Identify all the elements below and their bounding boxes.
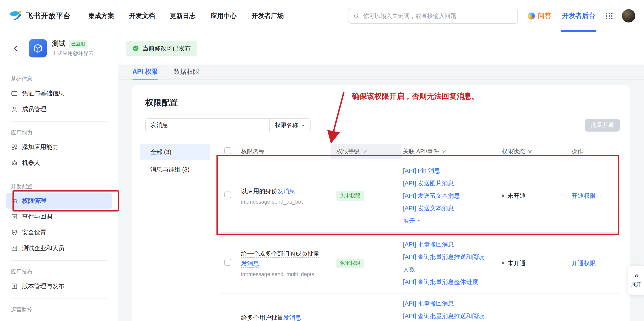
sidebar-divider (11, 121, 107, 122)
expand-label: 展开 (403, 214, 415, 227)
col-action: 操作 (566, 144, 620, 159)
select-all-checkbox[interactable] (224, 148, 231, 154)
enable-permission-link[interactable]: 开通权限 (572, 192, 596, 199)
permission-name[interactable]: 给一个或多个部门的成员批量发消息 (241, 250, 320, 267)
global-search-input[interactable] (363, 12, 512, 19)
filter-funnel-icon[interactable] (528, 149, 532, 154)
top-navbar: 飞书开放平台 集成方案 开发文档 更新日志 应用中心 开发者广场 问答 开发者后… (0, 0, 644, 32)
app-header: 测试 已启用 正式应用@环界云 当前修改均已发布 (0, 32, 644, 64)
row-checkbox[interactable] (224, 192, 231, 198)
credential-icon (11, 90, 18, 97)
cube-icon (32, 43, 43, 54)
enable-permission-link[interactable]: 开通权限 (572, 260, 596, 266)
api-link[interactable]: [API] 批量撤回消息 (403, 297, 485, 310)
expand-api-list-link[interactable]: 展开 (403, 214, 485, 227)
col-related-api: 关联 API/事件 (401, 144, 502, 159)
api-link[interactable]: [API] 发送文本消息 (403, 202, 485, 214)
batch-enable-button[interactable]: 批量开通 (585, 119, 620, 132)
permission-name[interactable]: 给多个用户批量发消息 (241, 314, 302, 321)
sidebar-item-label: 测试企业和人员 (22, 244, 64, 252)
tab-data-permissions[interactable]: 数据权限 (174, 64, 200, 79)
api-link[interactable]: [API] Pin 消息 (403, 164, 485, 177)
sidebar-item-add-capability[interactable]: 添加应用能力 (6, 139, 112, 155)
user-avatar[interactable] (622, 9, 635, 22)
filter-funnel-icon[interactable] (362, 149, 367, 154)
global-search[interactable] (348, 8, 518, 24)
filter-funnel-icon[interactable] (442, 149, 446, 154)
apps-grid-icon[interactable] (605, 12, 613, 20)
api-link[interactable]: [API] 查询批量消息整体进度 (403, 276, 485, 288)
permission-name-cell: 给多个用户批量发消息 (241, 294, 330, 321)
permission-filter-select[interactable]: 权限名称 (269, 119, 310, 132)
category-im-group[interactable]: 消息与群组 (3) (140, 161, 210, 178)
security-icon (11, 229, 18, 236)
api-link[interactable]: [API] 查询批量消息推送和阅读人数 (403, 251, 485, 276)
sidebar-item-version-release[interactable]: 版本管理与发布 (6, 278, 112, 294)
nav-link-app-center[interactable]: 应用中心 (211, 12, 236, 20)
expand-panel-button[interactable]: 展开 (628, 266, 644, 295)
related-api-list: [API] Pin 消息 [API] 发送图片消息 [API] 发送富文本消息 … (401, 159, 502, 232)
permission-search-input[interactable] (146, 119, 269, 132)
sidebar-item-label: 机器人 (22, 159, 40, 167)
related-api-list: [API] 批量撤回消息 [API] 查询批量消息推送和阅读 (401, 294, 502, 321)
permission-body: 全部 (3) 消息与群组 (3) 权限名称 权限等级 关联 API/事件 (145, 144, 620, 321)
sidebar-divider (11, 175, 107, 175)
permission-status-cell: 未开通 (502, 259, 566, 267)
tab-developer-console[interactable]: 开发者后台 (562, 0, 595, 32)
feishu-open-platform-page: 飞书开放平台 集成方案 开发文档 更新日志 应用中心 开发者广场 问答 开发者后… (0, 0, 644, 321)
robot-icon (11, 159, 18, 166)
sidebar-item-bot[interactable]: 机器人 (6, 155, 112, 171)
api-link[interactable]: [API] 发送富文本消息 (403, 190, 485, 202)
permission-name[interactable]: 以应用的身份发消息 (241, 188, 295, 194)
back-button[interactable] (12, 45, 20, 52)
sidebar-section-monitoring: 运营监控 (6, 303, 112, 316)
sidebar-item-label: 成员管理 (22, 105, 46, 113)
sidebar-item-members[interactable]: 成员管理 (6, 101, 112, 117)
level-badge: 免审权限 (336, 191, 364, 200)
enabled-status-badge: 已启用 (69, 40, 88, 48)
sidebar-section-release: 应用发布 (6, 265, 112, 278)
tab-api-permissions[interactable]: API 权限 (132, 64, 158, 79)
api-link[interactable]: [API] 批量撤回消息 (403, 238, 485, 251)
double-chevron-left-icon (633, 272, 639, 279)
sidebar-item-test-org-users[interactable]: 测试企业和人员 (6, 240, 112, 256)
related-api-list: [API] 批量撤回消息 [API] 查询批量消息推送和阅读人数 [API] 查… (401, 233, 502, 294)
nav-link-docs[interactable]: 开发文档 (129, 12, 155, 20)
category-all[interactable]: 全部 (3) (140, 144, 210, 160)
sidebar-item-security-settings[interactable]: 安全设置 (6, 224, 112, 240)
brand-title: 飞书开放平台 (26, 11, 71, 21)
test-icon (11, 244, 18, 252)
sidebar-divider (11, 298, 107, 298)
sidebar-item-events-callbacks[interactable]: 事件与回调 (6, 208, 112, 224)
card-title: 权限配置 (145, 97, 620, 108)
permission-level-cell: 免审权限 (330, 191, 401, 200)
col-permission-name: 权限名称 (241, 144, 330, 159)
api-link[interactable]: [API] 发送图片消息 (403, 177, 485, 190)
qa-entry[interactable]: 问答 (528, 12, 551, 20)
sidebar-item-label: 安全设置 (22, 228, 46, 236)
search-icon (354, 13, 360, 19)
qa-icon (528, 12, 535, 19)
feishu-logo-icon (9, 9, 22, 22)
nav-link-changelog[interactable]: 更新日志 (170, 12, 196, 20)
permission-level-cell: 免审权限 (330, 258, 401, 268)
sidebar-item-label: 添加应用能力 (22, 143, 58, 151)
app-meta: 测试 已启用 正式应用@环界云 (52, 40, 94, 57)
permission-scope: im:message:send_multi_depts (241, 271, 320, 277)
col-permission-status: 权限状态 (502, 144, 566, 159)
nav-link-developer-plaza[interactable]: 开发者广场 (252, 12, 284, 20)
qa-label: 问答 (538, 12, 551, 20)
permission-tabs: API 权限 数据权限 (118, 64, 644, 80)
sidebar-item-credentials[interactable]: 凭证与基础信息 (6, 85, 112, 101)
expand-panel-label: 展开 (631, 281, 641, 288)
permission-status-cell: 未开通 (502, 192, 566, 200)
sidebar-item-permission-management[interactable]: 权限管理 (6, 193, 112, 208)
api-link[interactable]: [API] 查询批量消息推送和阅读 (403, 310, 485, 321)
nav-link-integrations[interactable]: 集成方案 (88, 12, 114, 20)
sidebar-section-dev-config: 开发配置 (6, 180, 112, 193)
row-checkbox[interactable] (224, 259, 231, 266)
members-icon (11, 106, 18, 112)
sidebar: 基础信息 凭证与基础信息 成员管理 应用能力 添加应用能力 机器人 开发配置 权… (0, 64, 118, 321)
publish-status-pill: 当前修改均已发布 (126, 40, 197, 56)
brand[interactable]: 飞书开放平台 (9, 9, 71, 22)
